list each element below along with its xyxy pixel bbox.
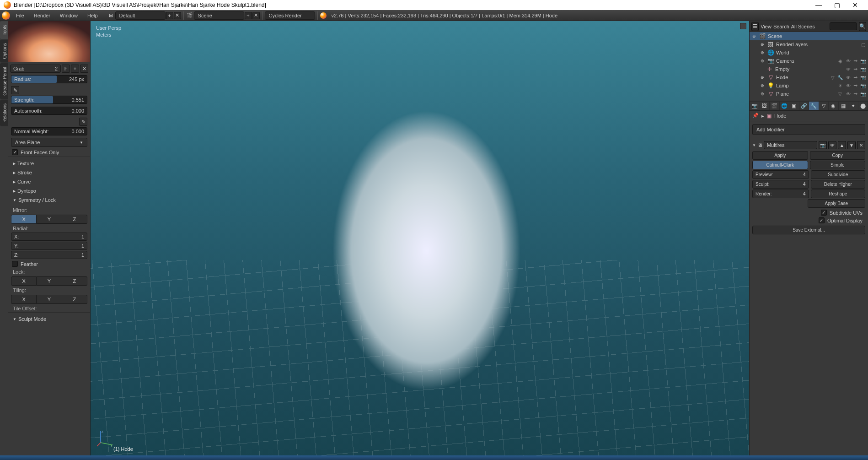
radial-z-field[interactable]: Z:1 — [11, 251, 87, 259]
texture-panel-header[interactable]: ▶Texture — [8, 159, 90, 168]
tiling-z-button[interactable]: Z — [62, 295, 87, 304]
screen-layout-icon[interactable]: ⊞ — [107, 12, 115, 19]
mirror-y-button[interactable]: Y — [37, 215, 62, 224]
outliner-search-input[interactable] — [830, 22, 857, 30]
outliner-world-row[interactable]: ⊕ 🌐 World — [750, 49, 868, 57]
autosmooth-pressure-button[interactable]: ✎ — [79, 118, 87, 126]
tab-world[interactable]: 🌐 — [780, 102, 789, 110]
breadcrumb-object[interactable]: Hode — [774, 113, 786, 119]
tab-options[interactable]: Options — [0, 39, 8, 62]
curve-panel-header[interactable]: ▶Curve — [8, 177, 90, 186]
copy-button[interactable]: Copy — [810, 151, 866, 160]
outliner-scene-row[interactable]: ⊖🎬 Scene — [750, 32, 868, 40]
tab-object[interactable]: ▣ — [789, 102, 799, 110]
tab-render-layers[interactable]: 🖼 — [760, 102, 770, 110]
tab-material[interactable]: ◉ — [829, 102, 838, 110]
remove-scene-button[interactable]: ✕ — [252, 12, 260, 19]
outliner-search-menu[interactable]: Search — [773, 24, 789, 29]
outliner-hode-row[interactable]: ⊕ ▽ Hode ▽🔧 👁⮕📷 — [750, 73, 868, 81]
menu-file[interactable]: File — [11, 11, 29, 20]
close-button[interactable]: ✕ — [846, 0, 864, 10]
radius-slider[interactable]: Radius: 245 px — [11, 75, 87, 83]
radial-x-field[interactable]: X:1 — [11, 233, 87, 241]
screen-layout-dropdown[interactable]: Default — [115, 11, 166, 20]
tab-scene[interactable]: 🎬 — [770, 102, 779, 110]
catmull-clark-button[interactable]: Catmull-Clark — [752, 161, 808, 169]
modifier-move-up[interactable]: ▲ — [838, 141, 846, 149]
subdivide-uvs-checkbox[interactable] — [821, 210, 827, 216]
minimize-button[interactable]: — — [809, 0, 828, 10]
radius-pressure-button[interactable]: ✎ — [11, 86, 19, 94]
save-external-button[interactable]: Save External... — [752, 226, 865, 234]
tab-texture[interactable]: ▦ — [839, 102, 848, 110]
lock-x-button[interactable]: X — [11, 276, 37, 286]
autosmooth-slider[interactable]: Autosmooth: 0.000 — [11, 107, 87, 115]
apply-base-button[interactable]: Apply Base — [808, 199, 866, 208]
sculpt-mode-panel-header[interactable]: ▼Sculpt Mode — [8, 314, 90, 324]
modifier-view-toggle[interactable]: 👁 — [828, 141, 836, 149]
strength-slider[interactable]: Strength: 0.551 — [11, 96, 87, 104]
dyntopo-panel-header[interactable]: ▶Dyntopo — [8, 186, 90, 195]
modifier-name-field[interactable]: Multires — [764, 141, 817, 149]
tab-physics[interactable]: ⬤ — [858, 102, 868, 110]
tiling-y-button[interactable]: Y — [37, 295, 62, 304]
3d-viewport[interactable]: User Persp Meters z y (1) Hode — [91, 21, 749, 455]
simple-button[interactable]: Simple — [810, 161, 866, 169]
reshape-button[interactable]: Reshape — [811, 189, 866, 198]
tab-grease-pencil[interactable]: Grease Pencil — [0, 63, 8, 99]
pin-icon[interactable]: 📌 — [752, 113, 759, 119]
timeline-header[interactable] — [0, 455, 868, 460]
tiling-x-button[interactable]: X — [11, 295, 37, 304]
mirror-x-button[interactable]: X — [11, 215, 37, 224]
brush-name-field[interactable]: Grab2 — [10, 65, 61, 73]
scene-icon[interactable]: 🎬 — [186, 12, 193, 19]
feather-checkbox[interactable] — [12, 261, 18, 267]
outliner-plane-row[interactable]: ⊕ ▽ Plane ▽ 👁⮕📷 — [750, 90, 868, 98]
tab-modifiers[interactable]: 🔧 — [809, 102, 819, 110]
tab-particles[interactable]: ✦ — [848, 102, 858, 110]
symmetry-panel-header[interactable]: ▼Symmetry / Lock — [8, 195, 90, 205]
outliner-filter-dropdown[interactable]: All Scenes — [791, 24, 828, 29]
delete-higher-button[interactable]: Delete Higher — [811, 180, 866, 189]
mirror-z-button[interactable]: Z — [62, 215, 87, 224]
lock-y-button[interactable]: Y — [37, 276, 62, 286]
scene-dropdown[interactable]: Scene — [194, 11, 244, 20]
tab-tools[interactable]: Tools — [0, 21, 8, 39]
brush-remove-button[interactable]: ✕ — [80, 65, 88, 73]
add-layout-button[interactable]: + — [166, 12, 173, 19]
outliner-filter-button[interactable]: 🔍 — [859, 22, 866, 31]
menu-help[interactable]: Help — [83, 11, 102, 20]
normal-weight-slider[interactable]: Normal Weight: 0.000 — [11, 127, 87, 135]
sculpt-plane-dropdown[interactable]: Area Plane▼ — [11, 138, 87, 147]
modifier-render-toggle[interactable]: 📷 — [819, 141, 827, 149]
preview-level-field[interactable]: Preview:4 — [752, 170, 809, 179]
radial-y-field[interactable]: Y:1 — [11, 242, 87, 250]
remove-layout-button[interactable]: ✕ — [174, 12, 181, 19]
brush-preview[interactable] — [8, 21, 90, 62]
apply-button[interactable]: Apply — [752, 151, 808, 160]
modifier-move-down[interactable]: ▼ — [847, 141, 856, 149]
front-faces-checkbox[interactable] — [12, 149, 18, 155]
optimal-display-checkbox[interactable] — [819, 217, 825, 223]
tab-data[interactable]: ▽ — [819, 102, 829, 110]
outliner-renderlayers-row[interactable]: ⊕ 🖼 RenderLayers ▢ — [750, 40, 868, 49]
brush-fake-user-button[interactable]: F — [62, 65, 70, 73]
menu-window[interactable]: Window — [55, 11, 82, 20]
brush-add-button[interactable]: + — [71, 65, 79, 73]
outliner-camera-row[interactable]: ⊕ 📷 Camera ◉ 👁⮕📷 — [750, 57, 868, 65]
tab-constraints[interactable]: 🔗 — [799, 102, 809, 110]
modifier-delete[interactable]: ✕ — [857, 141, 865, 149]
outliner-editor-icon[interactable]: ☰ — [751, 22, 759, 31]
viewport-expand-icon[interactable] — [740, 23, 746, 29]
lock-z-button[interactable]: Z — [62, 276, 87, 286]
render-engine-dropdown[interactable]: Cycles Render — [265, 11, 315, 20]
outliner-empty-row[interactable]: ✛ Empty 👁⮕📷 — [750, 65, 868, 73]
blender-icon[interactable] — [2, 11, 10, 20]
tab-render[interactable]: 📷 — [750, 102, 760, 110]
menu-render[interactable]: Render — [29, 11, 55, 20]
render-level-field[interactable]: Render:4 — [752, 189, 809, 198]
add-scene-button[interactable]: + — [245, 12, 252, 19]
subdivide-button[interactable]: Subdivide — [811, 170, 866, 179]
outliner-view-menu[interactable]: View — [761, 24, 772, 29]
outliner-lamp-row[interactable]: ⊕ 💡 Lamp ☀ 👁⮕📷 — [750, 81, 868, 90]
